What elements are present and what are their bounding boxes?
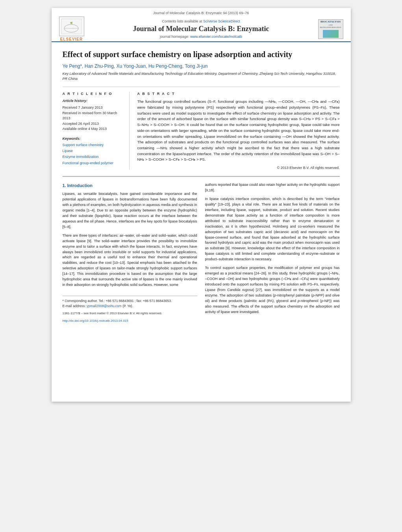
keyword-3: Enzyme immobilization (63, 154, 124, 160)
biocatalysis-logo-image: BIOCATALYSIS ANDBIOTRANSFORMATION (318, 19, 343, 39)
body-divider (63, 176, 340, 177)
footnote-star: * Corresponding author. Tel.: +86 571 86… (63, 298, 197, 304)
article-info-heading: A R T I C L E I N F O (63, 92, 124, 96)
received-revised-date: Received in revised form 30 March 2013 (63, 111, 124, 121)
page: Journal of Molecular Catalysis B: Enzyma… (52, 8, 351, 402)
article-history-label: Article history: (63, 99, 124, 103)
journal-title: Journal of Molecular Catalysis B: Enzyma… (89, 25, 313, 33)
body-para-right-3: To control support surface properties, t… (205, 265, 340, 315)
email-link[interactable]: ypmail2008@sohu.com (87, 304, 122, 308)
journal-top-bar: Journal of Molecular Catalysis B: Enzyma… (58, 11, 345, 15)
article-meta-section: A R T I C L E I N F O Article history: R… (63, 87, 340, 170)
body-columns: 1. Introduction Lipases, as versatile bi… (63, 182, 340, 323)
doi-line: http://dx.doi.org/10.1016/j.molcatb.2013… (63, 319, 197, 323)
body-para-right-1: authors reported that lipase could also … (205, 182, 340, 193)
keywords-list: Support surface chemistry Lipase Enzyme … (63, 142, 124, 166)
received-date: Received 7 January 2013 (63, 105, 124, 111)
abstract-heading: A B S T R A C T (137, 92, 340, 96)
svg-rect-0 (61, 19, 82, 34)
abstract-text: The functional group controlled surfaces… (137, 99, 340, 163)
keywords-label: Keywords: (63, 137, 124, 141)
doi-link[interactable]: http://dx.doi.org/10.1016/j.molcatb.2013… (63, 319, 128, 323)
keyword-4: Functional group-ended polymer (63, 160, 124, 166)
body-left-column: 1. Introduction Lipases, as versatile bi… (63, 182, 197, 323)
journal-citation: Journal of Molecular Catalysis B: Enzyma… (153, 11, 249, 15)
available-date: Available online 4 May 2013 (63, 126, 124, 132)
homepage-url[interactable]: www.elsevier.com/locate/molcatb (190, 35, 242, 39)
journal-title-center: Contents lists available at SciVerse Sci… (85, 18, 317, 41)
elsevier-text: ELSEVIER (60, 37, 83, 41)
abstract-column: A B S T R A C T The functional group con… (137, 92, 340, 170)
keyword-1: Support surface chemistry (63, 142, 124, 148)
keyword-2: Lipase (63, 148, 124, 154)
elsevier-logo: 🌿 ELSEVIER (58, 17, 85, 41)
affiliation: Key Laboratory of Advanced Textile Mater… (63, 71, 340, 81)
header-inner: 🌿 ELSEVIER Contents lists available at S… (58, 17, 345, 41)
footnote-email: E-mail address: ypmail2008@sohu.com (P. … (63, 304, 197, 309)
elsevier-logo-image: 🌿 (59, 17, 84, 36)
body-para-right-2: In lipase catalysis interface compositio… (205, 196, 340, 262)
article-content: Effect of support surface chemistry on l… (52, 42, 351, 330)
body-para-2: There are three types of interfaces: air… (63, 233, 197, 288)
copyright-line: © 2013 Elsevier B.V. All rights reserved… (137, 166, 340, 170)
homepage-line: journal homepage: www.elsevier.com/locat… (89, 35, 313, 39)
contents-line: Contents lists available at SciVerse Sci… (89, 19, 313, 23)
journal-header: Journal of Molecular Catalysis B: Enzyma… (52, 8, 351, 42)
article-info-column: A R T I C L E I N F O Article history: R… (63, 92, 130, 170)
authors: Ye Peng*, Han Zhu-Ping, Xu Yong-Juan, Hu… (63, 63, 340, 69)
biocatalysis-logo: BIOCATALYSIS ANDBIOTRANSFORMATION (317, 19, 345, 39)
body-right-column: authors reported that lipase could also … (205, 182, 340, 323)
article-title: Effect of support surface chemistry on l… (63, 49, 340, 59)
issn-line: 1381-1177/$ – see front matter © 2013 El… (63, 311, 197, 316)
sciverse-link[interactable]: SciVerse ScienceDirect (203, 19, 240, 23)
section1-title: 1. Introduction (63, 182, 197, 189)
accepted-date: Accepted 26 April 2013 (63, 121, 124, 127)
svg-text:🌿: 🌿 (70, 22, 73, 24)
body-para-1: Lipases, as versatile biocatalysts, have… (63, 191, 197, 230)
footnote-area: * Corresponding author. Tel.: +86 571 86… (63, 296, 197, 323)
